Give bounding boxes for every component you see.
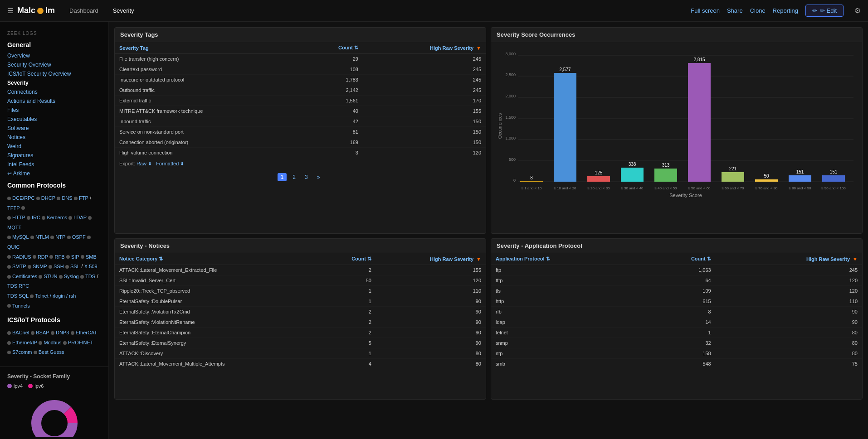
proto-sip[interactable]: SIP: [71, 254, 79, 260]
proto-tds-sql[interactable]: TDS SQL: [7, 293, 29, 299]
sidebar-item-arkime[interactable]: ↩ Arkime: [0, 169, 108, 178]
proto-bsap[interactable]: BSAP: [36, 330, 49, 335]
col-app-count[interactable]: Count ⇅: [645, 253, 716, 265]
proto-ntp[interactable]: NTP: [55, 234, 65, 240]
page-3[interactable]: 3: [302, 173, 311, 181]
proto-s7comm[interactable]: S7comm: [12, 349, 32, 355]
col-count[interactable]: Count ⇅: [304, 42, 363, 54]
export-formatted-link[interactable]: Formatted ⬇: [156, 161, 184, 166]
sidebar-item-executables[interactable]: Executables: [0, 115, 108, 124]
proto-dhcp[interactable]: DHCP: [41, 195, 55, 201]
pagination: 1 2 3 »: [115, 169, 486, 185]
proto-certs[interactable]: Certificates: [12, 274, 37, 279]
proto-dns[interactable]: DNS: [62, 195, 72, 201]
col-notice-category[interactable]: Notice Category ⇅: [115, 253, 323, 265]
severity-notices-panel: Severity - Notices Notice Category ⇅ Cou…: [114, 238, 486, 399]
table-row: http 615 110: [491, 296, 862, 307]
sidebar-item-notices[interactable]: Notices: [0, 133, 108, 142]
app-protocol-high-raw: 120: [716, 286, 862, 296]
proto-http[interactable]: HTTP: [12, 215, 25, 220]
svg-text:Severity Score: Severity Score: [669, 193, 702, 198]
sidebar-item-signatures[interactable]: Signatures: [0, 151, 108, 160]
proto-ethercat[interactable]: EtherCAT: [76, 330, 97, 335]
settings-icon[interactable]: ⚙: [854, 6, 861, 15]
svg-text:≥ 20 and < 30: ≥ 20 and < 30: [587, 186, 610, 190]
proto-snmp[interactable]: SNMP: [33, 264, 47, 269]
sidebar-item-severity[interactable]: Severity: [0, 78, 108, 87]
proto-telnet[interactable]: Telnet / rlogin / rsh: [35, 293, 76, 299]
proto-dce-rpc[interactable]: DCE/RPC: [12, 195, 35, 201]
proto-tds-rpc[interactable]: TDS RPC: [7, 283, 29, 289]
col-severity-tag[interactable]: Severity Tag: [115, 42, 304, 54]
table-row: ntp 158 80: [491, 348, 862, 359]
col-app-high-raw[interactable]: High Raw Severity ▼: [716, 253, 862, 265]
proto-x509[interactable]: X.509: [84, 264, 98, 269]
proto-mysql[interactable]: MySQL: [12, 234, 29, 240]
proto-tds[interactable]: TDS: [85, 274, 95, 279]
sidebar-item-security-overview[interactable]: Security Overview: [0, 60, 108, 69]
col-high-raw[interactable]: High Raw Severity ▼: [363, 42, 486, 54]
clone-link[interactable]: Clone: [750, 7, 766, 14]
proto-bacnet[interactable]: BACnet: [12, 330, 29, 335]
proto-smtp[interactable]: SMTP: [12, 264, 26, 269]
edit-button[interactable]: ✏ ✏ Edit: [805, 5, 844, 17]
proto-dnp3[interactable]: DNP3: [56, 330, 69, 335]
table-row: tls 109 120: [491, 286, 862, 296]
proto-profinet[interactable]: PROFINET: [68, 340, 93, 345]
notice-high-raw: 90: [376, 338, 486, 348]
notice-count: 4: [323, 359, 376, 369]
page-2[interactable]: 2: [289, 173, 299, 181]
sidebar-item-intel-feeds[interactable]: Intel Feeds: [0, 160, 108, 169]
proto-rfb[interactable]: RFB: [54, 254, 64, 260]
col-notice-count[interactable]: Count ⇅: [323, 253, 376, 265]
sidebar-item-weird[interactable]: Weird: [0, 142, 108, 151]
proto-kerberos[interactable]: Kerberos: [47, 215, 67, 220]
share-link[interactable]: Share: [727, 7, 743, 14]
proto-ftp[interactable]: FTP: [79, 195, 88, 201]
sidebar-item-software[interactable]: Software: [0, 124, 108, 133]
app-protocol-name: ldap: [491, 317, 645, 328]
proto-ntlm[interactable]: NTLM: [35, 234, 49, 240]
proto-tftp[interactable]: TFTP: [7, 205, 20, 211]
notice-category: ATTACK::Lateral_Movement_Extracted_File: [115, 265, 323, 275]
proto-syslog[interactable]: Syslog: [64, 274, 79, 279]
app-protocol-count: 8: [645, 307, 716, 317]
proto-modbus[interactable]: Modbus: [44, 340, 61, 345]
sidebar-item-files[interactable]: Files: [0, 106, 108, 115]
fullscreen-link[interactable]: Full screen: [691, 7, 720, 14]
sidebar-item-overview[interactable]: Overview: [0, 51, 108, 60]
proto-mqtt[interactable]: MQTT: [7, 225, 21, 230]
proto-ssh[interactable]: SSH: [54, 264, 64, 269]
notice-count: 1: [323, 286, 376, 296]
proto-stun[interactable]: STUN: [44, 274, 57, 279]
nav-severity[interactable]: Severity: [109, 5, 138, 16]
reporting-link[interactable]: Reporting: [773, 7, 798, 14]
proto-irc[interactable]: IRC: [32, 215, 40, 220]
sidebar-item-actions-results[interactable]: Actions and Results: [0, 96, 108, 106]
proto-smb[interactable]: SMB: [86, 254, 97, 260]
proto-ethernet-ip[interactable]: Ethernet/IP: [12, 340, 37, 345]
col-app-protocol[interactable]: Application Protocol ⇅: [491, 253, 645, 265]
export-raw-link[interactable]: Raw ⬇: [137, 161, 152, 166]
tag-count: 1,783: [304, 75, 363, 85]
proto-tunnels[interactable]: Tunnels: [12, 303, 30, 309]
col-notice-high-raw[interactable]: High Raw Severity ▼: [376, 253, 486, 265]
proto-best-guess[interactable]: Best Guess: [39, 349, 64, 355]
severity-notices-table: Notice Category ⇅ Count ⇅ High Raw Sever…: [115, 253, 486, 369]
proto-rdp[interactable]: RDP: [38, 254, 48, 260]
notice-count: 2: [323, 307, 376, 317]
nav-dashboard[interactable]: Dashboard: [66, 5, 102, 16]
sidebar-item-ics-overview[interactable]: ICS/IoT Security Overview: [0, 69, 108, 78]
proto-radius[interactable]: RADIUS: [12, 254, 31, 260]
sidebar-item-connections[interactable]: Connections: [0, 87, 108, 96]
menu-icon[interactable]: ☰: [7, 6, 14, 15]
severity-tags-panel: Severity Tags Severity Tag Count ⇅ High …: [114, 27, 486, 234]
rdp-dot: [33, 255, 36, 259]
proto-ospf[interactable]: OSPF: [72, 234, 86, 240]
proto-ldap[interactable]: LDAP: [73, 215, 87, 220]
notice-high-raw: 80: [376, 348, 486, 359]
proto-ssl[interactable]: SSL: [70, 264, 80, 269]
page-next[interactable]: »: [314, 173, 323, 181]
page-1[interactable]: 1: [278, 173, 287, 181]
proto-quic[interactable]: QUIC: [7, 244, 20, 250]
